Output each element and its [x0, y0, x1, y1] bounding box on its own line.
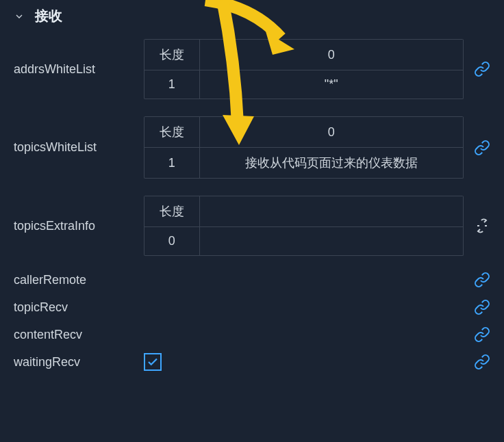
property-label: contentRecv	[14, 328, 144, 342]
link-icon[interactable]	[474, 326, 490, 343]
property-value: 长度 0 1 "*"	[144, 39, 464, 99]
property-caller-remote: callerRemote	[0, 266, 504, 294]
property-label: topicsExtraInfo	[14, 219, 144, 233]
table-length-value: 1	[144, 70, 199, 99]
table-topics-white-list[interactable]: 长度 0 1 接收从代码页面过来的仪表数据	[144, 116, 464, 179]
link-icon[interactable]	[474, 354, 490, 370]
section-header[interactable]: 接收	[0, 0, 504, 32]
property-topic-recv: topicRecv	[0, 294, 504, 321]
property-value: 长度 0	[144, 196, 464, 256]
unlink-icon[interactable]	[474, 218, 490, 234]
property-topics-extra-info: topicsExtraInfo 长度 0	[0, 189, 504, 266]
link-icon[interactable]	[474, 272, 490, 288]
property-label: topicsWhiteList	[14, 140, 144, 155]
section-title: 接收	[35, 7, 62, 25]
table-col-header	[199, 196, 463, 227]
table-length-header: 长度	[144, 196, 199, 227]
link-icon[interactable]	[474, 61, 490, 77]
table-length-header: 长度	[144, 40, 199, 70]
table-length-value: 1	[144, 148, 199, 179]
link-icon[interactable]	[474, 299, 490, 315]
table-row-value[interactable]: 接收从代码页面过来的仪表数据	[199, 148, 463, 179]
property-label: addrsWhiteList	[14, 62, 144, 77]
property-content-recv: contentRecv	[0, 321, 504, 348]
property-label: topicRecv	[14, 300, 144, 315]
table-col-header: 0	[199, 117, 463, 148]
table-length-header: 长度	[144, 117, 199, 148]
table-col-header: 0	[199, 40, 463, 70]
link-icon[interactable]	[474, 140, 490, 156]
property-topics-white-list: topicsWhiteList 长度 0 1 接收从代码页面过来的仪表数据	[0, 109, 504, 189]
chevron-down-icon	[14, 11, 25, 22]
property-addrs-white-list: addrsWhiteList 长度 0 1 "*"	[0, 32, 504, 109]
table-row-value[interactable]	[199, 227, 463, 256]
check-icon	[147, 356, 159, 368]
property-value: 长度 0 1 接收从代码页面过来的仪表数据	[144, 116, 464, 179]
table-row-value[interactable]: "*"	[199, 70, 463, 99]
property-waiting-recv: waitingRecv	[0, 348, 504, 376]
property-label: waitingRecv	[14, 355, 144, 369]
property-label: callerRemote	[14, 273, 144, 287]
table-length-value: 0	[144, 227, 199, 256]
table-topics-extra-info[interactable]: 长度 0	[144, 196, 464, 256]
checkbox-waiting-recv[interactable]	[144, 353, 162, 371]
property-value	[144, 353, 464, 372]
table-addrs-white-list[interactable]: 长度 0 1 "*"	[144, 39, 464, 99]
